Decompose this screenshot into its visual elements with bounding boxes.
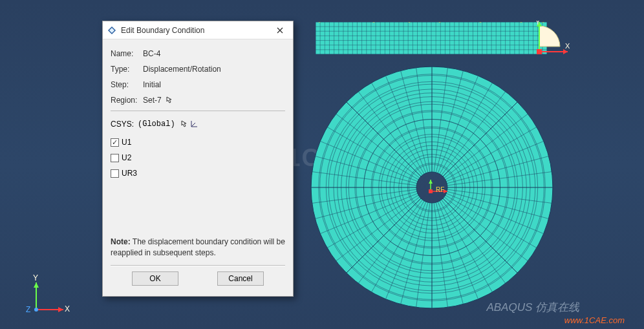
note-text: Note: The displacement boundary conditio… [111,237,285,259]
type-label: Type: [111,65,143,74]
triad-z-label: Z [26,305,30,314]
svg-line-123 [191,123,195,127]
ur3-checkbox[interactable] [111,169,119,178]
view-ori-y-label: Y [535,21,541,26]
url-watermark: www.1CAE.com [564,315,625,325]
pick-csys-icon[interactable] [180,120,189,129]
global-triad: X Y Z [26,275,71,320]
dialog-titlebar[interactable]: Edit Boundary Condition [103,21,293,39]
csys-label: CSYS: [111,120,134,129]
ur3-label: UR3 [122,169,137,178]
step-label: Step: [111,80,143,89]
circular-mesh [310,66,553,309]
brand-watermark: ABAQUS 仿真在线 [486,300,579,315]
u2-checkbox[interactable] [111,154,119,162]
svg-point-116 [34,308,38,312]
triad-y-label: Y [33,273,38,282]
svg-rect-111 [537,49,542,54]
view-ori-x-label: X [565,42,570,50]
svg-marker-113 [58,307,63,312]
create-csys-icon[interactable] [189,120,199,129]
view-orientation-widget[interactable]: X Y [534,21,573,56]
svg-marker-115 [34,282,39,288]
ok-button[interactable]: OK [132,271,178,286]
type-value: Displacement/Rotation [143,65,285,74]
triad-x-label: X [65,304,70,313]
region-value: Set-7 [143,96,162,105]
u1-label: U1 [122,138,131,147]
u1-checkbox[interactable] [111,138,119,147]
svg-marker-108 [563,49,568,54]
u2-label: U2 [122,153,131,162]
app-icon [107,25,117,36]
close-icon[interactable] [271,24,289,37]
rectangular-mesh: vlines [316,22,547,54]
name-label: Name: [111,49,143,58]
edit-boundary-condition-dialog: Edit Boundary Condition Name: BC-4 Type:… [102,21,294,297]
step-value: Initial [143,80,285,89]
pick-region-icon[interactable] [166,96,175,105]
cancel-button[interactable]: Cancel [217,271,264,286]
dialog-title: Edit Boundary Condition [121,26,271,35]
csys-value: (Global) [138,120,175,129]
divider [111,111,285,111]
name-value: BC-4 [143,49,285,58]
region-label: Region: [111,96,143,105]
